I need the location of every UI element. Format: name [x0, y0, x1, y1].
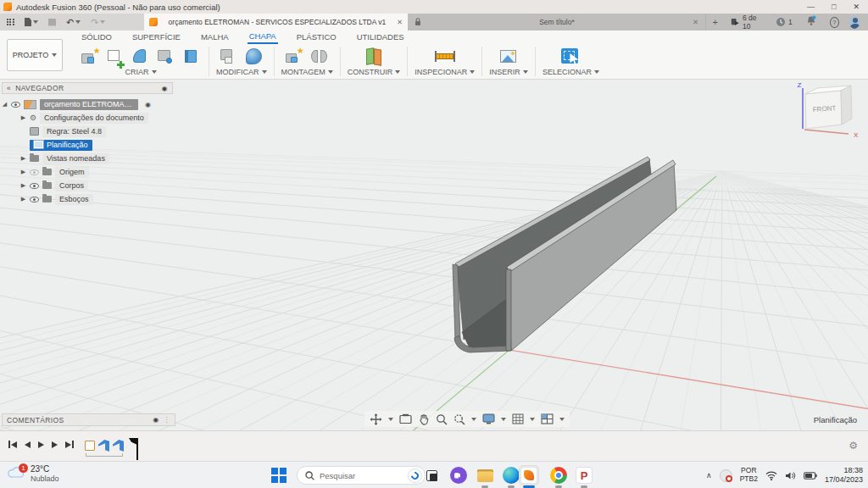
- chevron-down-icon[interactable]: [530, 418, 535, 421]
- windows-start-button[interactable]: [271, 468, 287, 483]
- tree-item-named-views[interactable]: ▶ Vistas nomeadas: [2, 152, 173, 164]
- tab-chapa-active[interactable]: CHAPA: [248, 30, 278, 44]
- clock-date[interactable]: 18:38 17/04/2023: [825, 466, 863, 485]
- timeline-sketch-feature[interactable]: [85, 441, 95, 451]
- insert-image-button[interactable]: [498, 47, 519, 67]
- widgets-weather-button[interactable]: 1 23°C Nublado: [7, 464, 59, 483]
- create-sketch-button[interactable]: [105, 47, 125, 67]
- task-view-button[interactable]: [422, 466, 441, 485]
- comments-panel-header[interactable]: COMENTÁRIOS ◉ ⋮: [2, 413, 175, 426]
- panel-menu-icon[interactable]: ◉: [153, 416, 159, 424]
- collapsed-arrow-icon[interactable]: ▶: [20, 182, 26, 189]
- chevron-down-icon[interactable]: [388, 418, 393, 421]
- tree-root-document[interactable]: ◢ orçamento ELETROMAN - SER... ◉: [2, 98, 173, 110]
- notifications-button[interactable]: [799, 14, 823, 30]
- measure-tool-button[interactable]: [435, 47, 455, 67]
- select-tool-button[interactable]: [560, 47, 581, 67]
- minimize-button[interactable]: —: [807, 3, 815, 11]
- close-tab-button[interactable]: ✕: [693, 18, 698, 26]
- tab-plastico[interactable]: PLÁSTICO: [295, 31, 338, 43]
- activate-component-icon[interactable]: ◉: [145, 101, 151, 108]
- chat-app-button[interactable]: [449, 466, 468, 485]
- pending-actions-button[interactable]: 1: [769, 17, 799, 27]
- tab-solido[interactable]: SÓLIDO: [80, 31, 114, 43]
- group-inspecionar-label[interactable]: INSPECIONAR: [415, 68, 467, 76]
- tree-item-flat-pattern-selected[interactable]: Planificação: [2, 139, 173, 151]
- close-window-button[interactable]: ✕: [853, 3, 860, 11]
- fit-zoom-window-icon[interactable]: [453, 413, 465, 425]
- look-at-tool-icon[interactable]: [399, 413, 412, 424]
- chevron-down-icon[interactable]: [471, 418, 476, 421]
- save-button[interactable]: [48, 19, 56, 26]
- collapsed-arrow-icon[interactable]: ▶: [20, 114, 26, 121]
- timeline-position-marker[interactable]: [129, 438, 141, 460]
- user-avatar[interactable]: [849, 16, 860, 29]
- file-menu-button[interactable]: [25, 18, 38, 26]
- visibility-eye-icon[interactable]: [11, 102, 20, 108]
- edge-browser-button[interactable]: [502, 466, 520, 485]
- step-back-button[interactable]: [25, 441, 31, 448]
- collapsed-arrow-icon[interactable]: ▶: [20, 169, 26, 175]
- tree-item-origin[interactable]: ▶ Origem: [2, 166, 173, 178]
- group-modificar-label[interactable]: MODIFICAR: [216, 68, 259, 76]
- tray-overflow-chevron[interactable]: ∧: [706, 471, 712, 480]
- zoom-tool-icon[interactable]: [436, 413, 448, 425]
- timeline-flange-feature[interactable]: [98, 440, 109, 452]
- project-dropdown-button[interactable]: PROJETO: [7, 39, 63, 71]
- tab-utilidades[interactable]: UTILIDADES: [355, 31, 406, 43]
- joint-tool-button[interactable]: [309, 47, 330, 67]
- panel-menu-icon[interactable]: ◉: [162, 85, 168, 92]
- thicken-button[interactable]: [181, 47, 202, 67]
- close-tab-button[interactable]: ✕: [397, 18, 403, 26]
- grid-settings-icon[interactable]: [512, 413, 524, 424]
- group-selecionar-label[interactable]: SELECIONAR: [542, 68, 592, 76]
- collapse-panel-icon[interactable]: «: [7, 84, 11, 92]
- wifi-icon[interactable]: [765, 471, 777, 480]
- battery-icon[interactable]: [804, 472, 817, 480]
- navigator-header[interactable]: « NAVEGADOR ◉: [2, 82, 173, 94]
- tab-superficie[interactable]: SUPERFÍCIE: [131, 31, 182, 43]
- viewcube[interactable]: FRONT Z X: [791, 81, 865, 146]
- form-tool-button[interactable]: [244, 47, 264, 67]
- app-grid-icon[interactable]: [7, 19, 14, 26]
- collapsed-arrow-icon[interactable]: ▶: [20, 155, 26, 162]
- redo-button[interactable]: ↷: [91, 18, 105, 26]
- chrome-browser-button[interactable]: [549, 466, 568, 485]
- tree-item-sketches[interactable]: ▶ Esboços: [2, 193, 173, 205]
- go-to-end-button[interactable]: [65, 441, 74, 448]
- chevron-down-icon[interactable]: [559, 418, 565, 421]
- orbit-tool-icon[interactable]: [370, 413, 382, 425]
- expanded-arrow-icon[interactable]: ◢: [2, 101, 8, 108]
- visibility-eye-icon[interactable]: [30, 183, 39, 189]
- group-inserir-label[interactable]: INSERIR: [489, 68, 520, 76]
- tab-document-untitled[interactable]: Sem título* ✕: [408, 14, 706, 30]
- 3d-viewport[interactable]: FRONT Z X « NAVEGADOR ◉ ◢ orçamento ELET…: [0, 80, 868, 430]
- collapsed-arrow-icon[interactable]: ▶: [20, 196, 26, 202]
- panel-handle-icon[interactable]: ⋮: [164, 416, 170, 424]
- remote-desktop-tray-icon[interactable]: [720, 469, 732, 482]
- tab-malha[interactable]: MALHA: [199, 31, 231, 43]
- visibility-eye-icon[interactable]: [30, 197, 39, 202]
- viewports-icon[interactable]: [541, 413, 554, 424]
- new-tab-button[interactable]: +: [706, 14, 724, 30]
- file-explorer-button[interactable]: [476, 466, 494, 485]
- language-indicator[interactable]: POR PTB2: [740, 467, 758, 484]
- flange-curve-button[interactable]: [131, 47, 151, 67]
- tree-item-bodies[interactable]: ▶ Corpos: [2, 180, 173, 191]
- group-criar-label[interactable]: CRIAR: [125, 68, 148, 76]
- help-button[interactable]: ?: [830, 17, 839, 28]
- convert-to-sheetmetal-button[interactable]: [156, 47, 176, 67]
- new-component-button[interactable]: [284, 47, 304, 67]
- red-p-app-button[interactable]: P: [575, 466, 593, 485]
- viewcube-right-face[interactable]: [841, 86, 852, 125]
- pan-tool-icon[interactable]: [418, 413, 430, 425]
- chevron-down-icon[interactable]: [501, 418, 506, 421]
- volume-icon[interactable]: [785, 471, 796, 480]
- timeline-settings-gear-icon[interactable]: ⚙: [849, 440, 858, 452]
- maximize-button[interactable]: □: [832, 3, 836, 11]
- construction-plane-button[interactable]: [364, 47, 384, 67]
- tab-document-active[interactable]: orçamento ELETROMAN - SERVICOS ESPECIALI…: [144, 14, 408, 30]
- fusion360-taskbar-button[interactable]: [520, 466, 538, 485]
- undo-button[interactable]: ↶: [66, 18, 81, 26]
- group-construir-label[interactable]: CONSTRUIR: [348, 68, 393, 76]
